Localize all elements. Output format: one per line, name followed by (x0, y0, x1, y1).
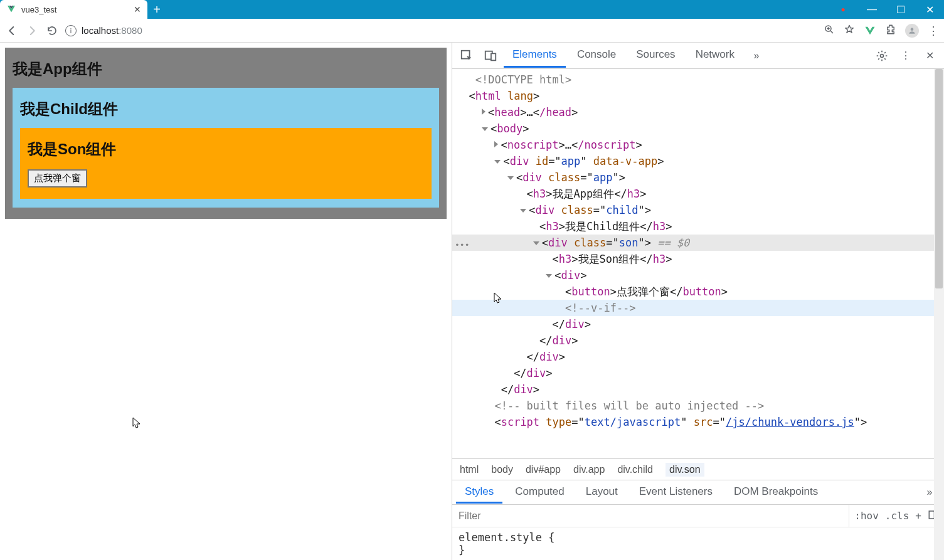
collapse-icon[interactable] (482, 127, 488, 131)
close-window-button[interactable]: ✕ (915, 0, 944, 19)
collapse-icon[interactable] (507, 176, 514, 180)
hovered-dom-node[interactable]: <!--v-if--> (452, 300, 944, 316)
devtools-scrollbar[interactable] (934, 69, 944, 560)
collapse-icon[interactable] (520, 209, 526, 213)
dom-breadcrumb[interactable]: html body div#app div.app div.child div.… (452, 458, 944, 480)
crumb-div-child[interactable]: div.child (617, 464, 653, 475)
rendered-page: 我是App组件 我是Child组件 我是Son组件 点我弹个窗 (0, 43, 452, 560)
extensions-icon[interactable] (885, 24, 896, 38)
profile-avatar[interactable] (905, 24, 919, 38)
popup-button[interactable]: 点我弹个窗 (28, 169, 87, 188)
expand-icon[interactable] (482, 108, 485, 115)
tab-event-listeners[interactable]: Event Listeners (630, 482, 721, 504)
collapse-icon[interactable] (533, 241, 539, 245)
svg-line-3 (830, 31, 833, 33)
close-devtools-icon[interactable]: ✕ (919, 45, 940, 66)
svg-marker-6 (866, 26, 875, 34)
expand-icon[interactable] (494, 141, 498, 147)
element-style-open: element.style { (459, 531, 938, 544)
more-tabs-icon[interactable]: » (746, 45, 767, 66)
styles-filter-input[interactable] (452, 508, 849, 524)
settings-gear-icon[interactable] (871, 45, 893, 66)
crumb-div-app-id[interactable]: div#app (526, 464, 561, 475)
styles-body[interactable]: element.style { } (452, 527, 944, 560)
reload-button[interactable] (45, 24, 59, 38)
browser-tab[interactable]: vue3_test ✕ (0, 0, 147, 19)
inspect-element-icon[interactable] (456, 45, 477, 66)
maximize-button[interactable]: ☐ (886, 0, 915, 19)
svg-rect-10 (491, 53, 496, 60)
back-button[interactable] (5, 24, 19, 38)
browser-menu-icon[interactable]: ⋮ (928, 24, 939, 38)
tab-sources[interactable]: Sources (627, 43, 684, 68)
app-component: 我是App组件 我是Child组件 我是Son组件 点我弹个窗 (5, 48, 447, 219)
mouse-cursor-icon (132, 417, 141, 430)
crumb-html[interactable]: html (460, 464, 479, 475)
son-component: 我是Son组件 点我弹个窗 (20, 128, 432, 199)
devtools-tabbar: Elements Console Sources Network » ⋮ ✕ (452, 43, 944, 69)
tab-layout[interactable]: Layout (577, 482, 627, 504)
styles-tabbar: Styles Computed Layout Event Listeners D… (452, 480, 944, 505)
url-port: :8080 (119, 25, 142, 36)
child-component: 我是Child组件 我是Son组件 点我弹个窗 (13, 88, 439, 208)
hov-toggle[interactable]: :hov (854, 510, 879, 522)
tab-dom-breakpoints[interactable]: DOM Breakpoints (725, 482, 827, 504)
svg-point-11 (881, 54, 884, 57)
crumb-div-app[interactable]: div.app (573, 464, 605, 475)
vue-favicon-icon (6, 4, 16, 14)
tab-styles[interactable]: Styles (456, 482, 502, 504)
collapse-icon[interactable] (546, 274, 552, 278)
son-heading: 我是Son组件 (28, 139, 424, 159)
url-field[interactable]: i localhost:8080 (65, 25, 817, 36)
styles-filter-row: :hov .cls + (452, 505, 944, 527)
tab-title: vue3_test (21, 5, 129, 14)
devtools-menu-icon[interactable]: ⋮ (895, 45, 916, 66)
crumb-div-son[interactable]: div.son (666, 463, 704, 477)
new-style-rule-icon[interactable]: + (915, 510, 921, 522)
devtools-panel: Elements Console Sources Network » ⋮ ✕ <… (452, 43, 944, 560)
site-info-icon[interactable]: i (65, 25, 77, 36)
close-tab-icon[interactable]: ✕ (134, 4, 141, 14)
dom-tree[interactable]: <!DOCTYPE html> <html lang> <head>…</hea… (452, 69, 944, 458)
browser-titlebar: vue3_test ✕ + ● — ☐ ✕ (0, 0, 944, 19)
element-style-close: } (459, 544, 938, 556)
vue-extension-icon[interactable] (864, 24, 876, 37)
new-tab-button[interactable]: + (147, 0, 166, 19)
url-host: localhost (82, 25, 119, 36)
tab-elements[interactable]: Elements (504, 43, 566, 68)
zoom-icon[interactable] (824, 24, 835, 38)
app-heading: 我是App组件 (13, 59, 439, 79)
tab-console[interactable]: Console (568, 43, 625, 68)
forward-button[interactable] (25, 24, 39, 38)
crumb-body[interactable]: body (491, 464, 513, 475)
svg-marker-0 (8, 6, 15, 13)
svg-point-7 (911, 28, 914, 31)
selected-dom-node[interactable]: ••• <div class="son"> == $0 (452, 235, 944, 251)
window-controls: ● — ☐ ✕ (829, 0, 944, 19)
tab-network[interactable]: Network (687, 43, 743, 68)
child-heading: 我是Child组件 (20, 99, 432, 119)
device-toolbar-icon[interactable] (480, 45, 501, 66)
scrollbar-thumb[interactable] (935, 69, 943, 288)
bookmark-star-icon[interactable] (844, 24, 855, 38)
address-bar: i localhost:8080 ⋮ (0, 19, 944, 43)
record-icon[interactable]: ● (829, 0, 857, 19)
tab-computed[interactable]: Computed (506, 482, 573, 504)
cls-toggle[interactable]: .cls (885, 510, 910, 522)
minimize-button[interactable]: — (857, 0, 886, 19)
collapse-icon[interactable] (494, 160, 501, 164)
